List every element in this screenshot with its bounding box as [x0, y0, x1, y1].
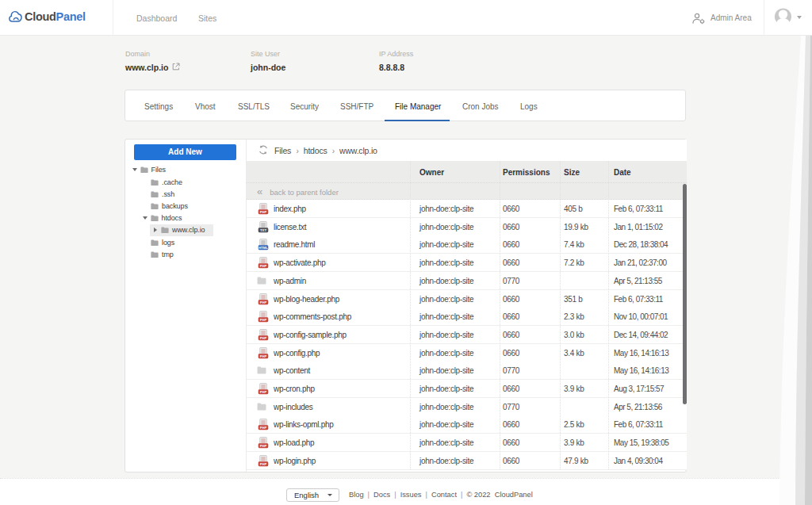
svg-text:PHP: PHP: [260, 461, 267, 465]
svg-text:TXT: TXT: [260, 228, 266, 231]
svg-text:PHP: PHP: [260, 264, 267, 268]
svg-text:PHP: PHP: [260, 354, 267, 358]
svg-text:PHP: PHP: [260, 210, 267, 214]
svg-text:PHP: PHP: [260, 318, 267, 322]
svg-text:HTML: HTML: [259, 246, 268, 250]
svg-text:PHP: PHP: [260, 336, 267, 340]
svg-text:PHP: PHP: [260, 390, 267, 394]
svg-text:PHP: PHP: [260, 444, 267, 448]
svg-text:PHP: PHP: [260, 426, 267, 430]
svg-text:PHP: PHP: [260, 300, 267, 304]
